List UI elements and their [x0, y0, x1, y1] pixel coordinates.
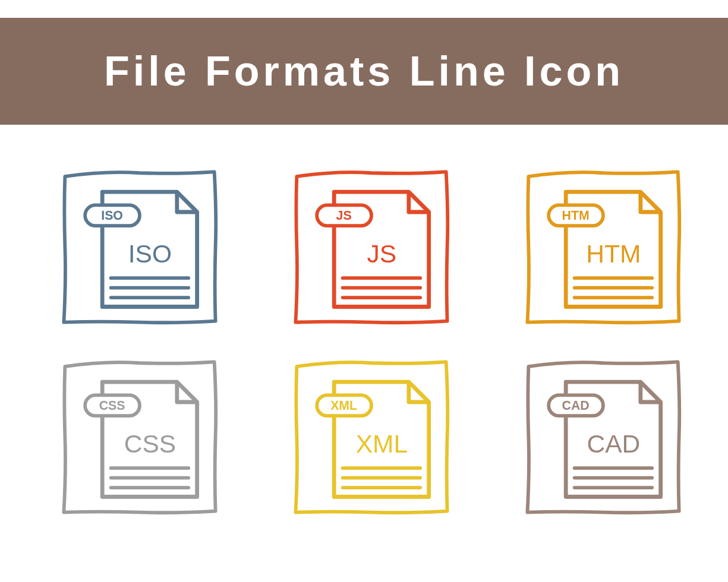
css-file-icon: CSSCSS — [53, 350, 226, 523]
header-banner: File Formats Line Icon — [0, 18, 728, 125]
css-file-icon-cell: CSSCSS — [53, 350, 226, 523]
cad-file-icon: CADCAD — [517, 350, 689, 523]
xml-file-icon: XMLXML — [285, 350, 458, 523]
file-type-label: ISO — [128, 239, 172, 268]
js-file-icon: JSJS — [285, 160, 458, 333]
iso-file-icon: ISOISO — [53, 160, 226, 333]
js-file-icon-cell: JSJS — [285, 160, 458, 333]
badge-label: CSS — [99, 398, 125, 413]
file-type-label: HTM — [586, 239, 641, 268]
file-type-label: CAD — [587, 429, 641, 458]
cad-file-icon-cell: CADCAD — [517, 350, 689, 523]
file-type-label: CSS — [124, 429, 176, 458]
badge-label: XML — [330, 398, 357, 413]
htm-file-icon: HTMHTM — [517, 160, 689, 333]
iso-file-icon-cell: ISOISO — [53, 160, 226, 333]
badge-label: JS — [336, 208, 352, 223]
icon-grid: ISOISO JSJS HTMHTM CSSCSS XMLXML CADCAD — [0, 125, 728, 546]
file-type-label: XML — [356, 429, 408, 458]
badge-label: HTM — [562, 208, 590, 223]
file-type-label: JS — [367, 239, 397, 268]
htm-file-icon-cell: HTMHTM — [517, 160, 689, 333]
page-title: File Formats Line Icon — [104, 48, 624, 95]
xml-file-icon-cell: XMLXML — [285, 350, 458, 523]
badge-label: CAD — [562, 398, 590, 413]
badge-label: ISO — [101, 208, 123, 223]
